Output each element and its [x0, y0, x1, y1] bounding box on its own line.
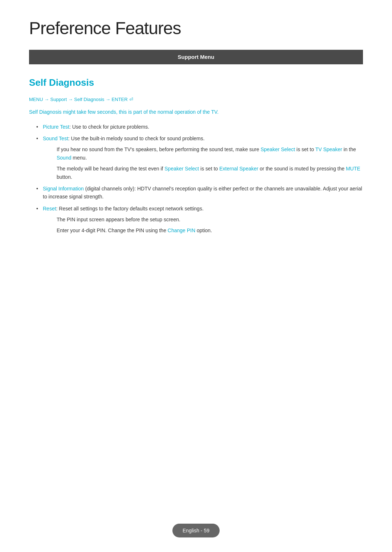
sound-link: Sound	[57, 155, 71, 161]
list-item-signal-information: Signal Information (digital channels onl…	[36, 185, 363, 201]
page-title: Preference Features	[29, 15, 363, 43]
speaker-select-link-1: Speaker Select	[261, 146, 295, 152]
sound-test-rest: : Use the built-in melody sound to check…	[68, 136, 205, 141]
external-speaker-link: External Speaker	[219, 166, 258, 172]
tv-speaker-link: TV Speaker	[315, 146, 342, 152]
list-item-picture-test: Picture Test: Use to check for picture p…	[36, 123, 363, 131]
mute-link: MUTE	[346, 166, 360, 172]
sound-test-sub: If you hear no sound from the TV's speak…	[57, 145, 363, 181]
reset-sub: The PIN input screen appears before the …	[57, 215, 363, 235]
picture-test-link: Picture Test	[43, 124, 69, 130]
menu-path-text: MENU → Support → Self Diagnosis → ENTER	[29, 96, 128, 104]
speaker-select-link-2: Speaker Select	[164, 166, 199, 172]
change-pin-link: Change PIN	[168, 227, 195, 233]
picture-test-rest: : Use to check for picture problems.	[69, 124, 149, 130]
intro-text: Self Diagnosis might take few seconds, t…	[29, 108, 363, 116]
menu-path: MENU → Support → Self Diagnosis → ENTER⏎	[29, 96, 363, 104]
reset-para1: The PIN input screen appears before the …	[57, 215, 363, 223]
signal-information-rest: (digital channels only): HDTV channel's …	[43, 186, 362, 200]
bullet-list: Picture Test: Use to check for picture p…	[29, 123, 363, 235]
sound-test-para2: The melody will be heard during the test…	[57, 165, 363, 181]
reset-para2: Enter your 4-digit PIN. Change the PIN u…	[57, 226, 363, 234]
enter-icon: ⏎	[129, 96, 133, 104]
reset-rest: : Reset all settings to the factory defa…	[56, 206, 204, 211]
sound-test-para1: If you hear no sound from the TV's speak…	[57, 145, 363, 162]
sound-test-link: Sound Test	[43, 136, 68, 141]
section-title: Self Diagnosis	[29, 75, 363, 90]
list-item-sound-test: Sound Test: Use the built-in melody soun…	[36, 134, 363, 181]
footer: English - 59	[172, 524, 220, 537]
reset-link: Reset	[43, 206, 56, 211]
page-container: Preference Features Support Menu Self Di…	[0, 0, 392, 267]
section-header: Support Menu	[29, 50, 363, 64]
list-item-reset: Reset: Reset all settings to the factory…	[36, 205, 363, 235]
signal-information-link: Signal Information	[43, 186, 84, 192]
